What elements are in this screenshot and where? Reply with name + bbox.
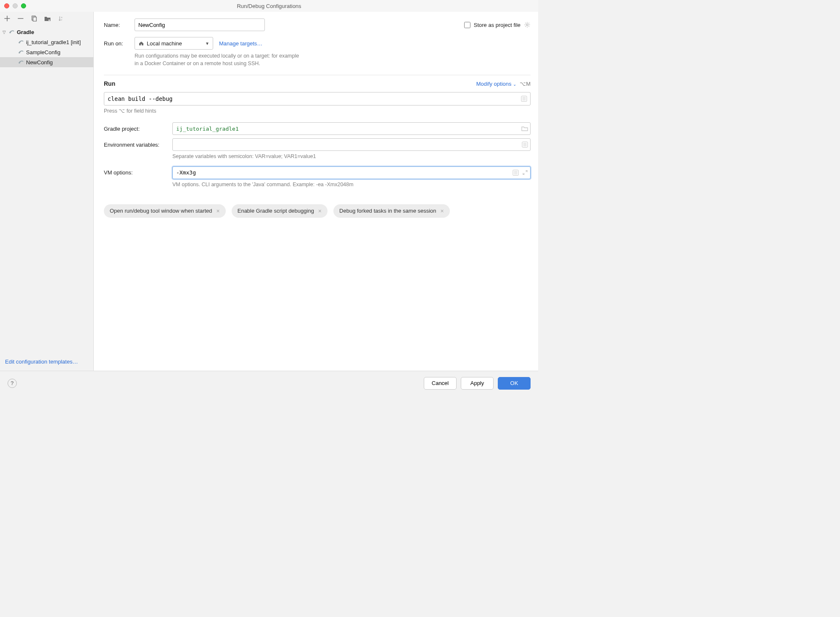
modify-options-shortcut: ⌥M <box>520 81 531 87</box>
dialog-footer: ? Cancel Apply OK <box>0 371 538 395</box>
add-config-button[interactable] <box>3 15 11 22</box>
titlebar: Run/Debug Configurations <box>0 0 538 12</box>
tree-leaf-label: NewConfig <box>26 59 53 66</box>
gradle-icon <box>18 39 24 45</box>
runon-value: Local machine <box>147 40 182 47</box>
chevron-down-icon: ▼ <box>205 41 209 46</box>
option-chips: Open run/debug tool window when started … <box>104 204 531 218</box>
chip[interactable]: Enable Gradle script debugging × <box>232 204 328 218</box>
runon-hint: Run configurations may be executed local… <box>135 52 531 67</box>
sidebar: az ▽ Gradle ij_tutorial_gradle1 [init] <box>0 12 93 371</box>
chip-label: Open run/debug tool window when started <box>110 208 212 214</box>
gradle-icon <box>8 29 15 35</box>
vm-hint: VM options. CLI arguments to the 'Java' … <box>172 181 531 188</box>
help-button[interactable]: ? <box>8 379 17 388</box>
chip[interactable]: Open run/debug tool window when started … <box>104 204 226 218</box>
env-input[interactable] <box>172 138 531 151</box>
chevron-down-icon: ⌄ <box>513 82 516 87</box>
copy-config-button[interactable] <box>30 15 38 22</box>
tasks-input[interactable] <box>104 92 531 105</box>
store-label: Store as project file <box>474 22 520 28</box>
gradle-icon <box>18 49 24 55</box>
close-icon[interactable]: × <box>441 208 444 214</box>
close-icon[interactable]: × <box>217 208 220 214</box>
gradle-project-input[interactable] <box>172 122 531 135</box>
folder-icon[interactable] <box>521 126 528 132</box>
tree-leaf-label: ij_tutorial_gradle1 [init] <box>26 39 81 45</box>
expand-icon[interactable] <box>522 169 528 176</box>
config-tree[interactable]: ▽ Gradle ij_tutorial_gradle1 [init] Samp… <box>0 25 93 354</box>
sidebar-toolbar: az <box>0 12 93 25</box>
chip-label: Enable Gradle script debugging <box>238 208 314 214</box>
window-title: Run/Debug Configurations <box>0 3 538 9</box>
sort-config-button[interactable]: az <box>57 15 65 22</box>
gradle-project-label: Gradle project: <box>104 126 169 132</box>
runon-combo[interactable]: Local machine ▼ <box>135 37 213 50</box>
tasks-hint: Press ⌥ for field hints <box>104 107 531 115</box>
chevron-down-icon: ▽ <box>3 30 7 34</box>
tree-leaf[interactable]: SampleConfig <box>0 47 93 57</box>
env-hint: Separate variables with semicolon: VAR=v… <box>172 153 531 160</box>
gear-icon[interactable] <box>524 21 531 28</box>
chip-label: Debug forked tasks in the same session <box>339 208 436 214</box>
tree-node-label: Gradle <box>17 29 34 35</box>
tree-node-gradle[interactable]: ▽ Gradle <box>0 27 93 37</box>
apply-button[interactable]: Apply <box>461 377 494 390</box>
run-section-title: Run <box>104 80 115 87</box>
home-icon <box>138 40 144 46</box>
cancel-button[interactable]: Cancel <box>424 377 457 390</box>
tree-leaf-label: SampleConfig <box>26 49 61 55</box>
list-icon[interactable] <box>521 96 527 102</box>
vm-label: VM options: <box>104 169 169 176</box>
list-icon[interactable] <box>522 142 528 148</box>
tree-leaf-selected[interactable]: NewConfig <box>0 57 93 67</box>
name-input[interactable] <box>135 18 265 31</box>
edit-templates-link[interactable]: Edit configuration templates… <box>5 359 78 365</box>
name-label: Name: <box>104 22 135 28</box>
ok-button[interactable]: OK <box>498 377 531 390</box>
chip[interactable]: Debug forked tasks in the same session × <box>333 204 450 218</box>
svg-rect-1 <box>33 17 37 21</box>
svg-point-4 <box>526 24 528 26</box>
gradle-icon <box>18 59 24 66</box>
svg-text:z: z <box>61 18 62 21</box>
list-icon[interactable] <box>512 169 519 176</box>
env-label: Environment variables: <box>104 142 169 148</box>
remove-config-button[interactable] <box>17 15 24 22</box>
close-icon[interactable]: × <box>318 208 322 214</box>
main-panel: Name: Store as project file Run on: Loca… <box>93 12 538 371</box>
vm-options-input[interactable] <box>172 166 531 179</box>
modify-options-link[interactable]: Modify options ⌄ <box>476 81 516 87</box>
tree-leaf[interactable]: ij_tutorial_gradle1 [init] <box>0 37 93 47</box>
store-as-project-file-checkbox[interactable] <box>464 22 470 28</box>
manage-targets-link[interactable]: Manage targets… <box>219 40 262 47</box>
save-to-folder-button[interactable] <box>44 15 51 22</box>
runon-label: Run on: <box>104 40 135 47</box>
